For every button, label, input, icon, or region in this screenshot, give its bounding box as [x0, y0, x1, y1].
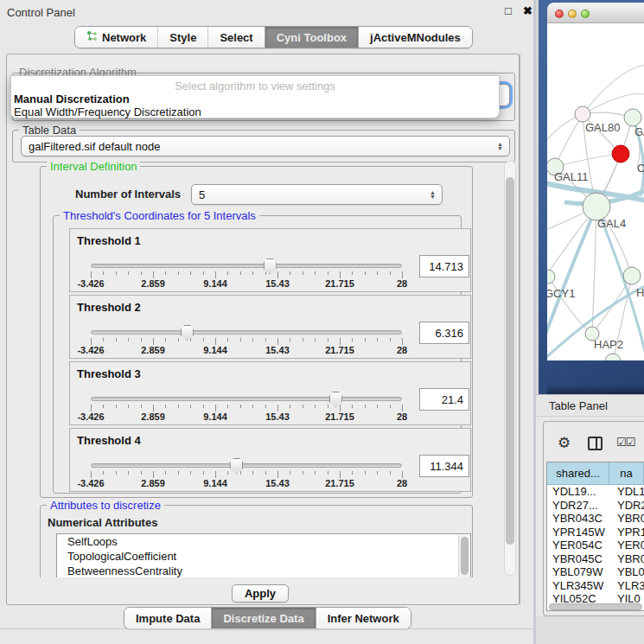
attribute-list-item[interactable]: BetweennessCentrality	[57, 564, 470, 577]
attributes-scrollbar[interactable]	[458, 535, 469, 577]
threshold-value-field[interactable]: 11.344	[419, 455, 469, 477]
threshold-value-field[interactable]: 14.713	[419, 255, 469, 277]
cell-shared-name[interactable]: YPR145W	[547, 526, 614, 539]
threshold-slider[interactable]	[91, 397, 402, 401]
columns-icon[interactable]	[588, 437, 603, 450]
slider-tick	[352, 338, 353, 341]
attribute-list-item[interactable]: SelfLoops	[57, 534, 470, 549]
slider-tick	[203, 271, 204, 275]
cell-shared-name[interactable]: YIL052C	[547, 592, 614, 603]
table-horizontal-scrollbar[interactable]	[549, 603, 642, 610]
slider-tick	[402, 471, 403, 478]
window-shadow	[547, 385, 644, 394]
algorithm-option-equal-width[interactable]: Equal Width/Frequency Discretization	[14, 105, 201, 118]
cell-name[interactable]: YLR3	[614, 579, 644, 593]
slider-tick	[390, 405, 391, 408]
cell-name[interactable]: YIL0	[614, 592, 644, 603]
slider-tick	[190, 471, 191, 475]
table-row[interactable]: YPR145WYPR1	[547, 526, 644, 539]
zoom-traffic-light-icon[interactable]	[581, 10, 590, 18]
tab-style[interactable]: Style	[157, 27, 207, 48]
table-row[interactable]: YDR27...YDR2	[547, 499, 644, 513]
attribute-list-item[interactable]: TopologicalCoefficient	[57, 549, 470, 564]
tab-cyni-toolbox[interactable]: Cyni Toolbox	[265, 27, 358, 48]
node-table[interactable]: shared... na YDL19...YDL1YDR27...YDR2YBR…	[546, 462, 644, 611]
number-of-intervals-label: Number of Intervals	[75, 188, 181, 201]
slider-tick	[91, 471, 92, 478]
svg-text:H: H	[636, 286, 644, 299]
network-window-titlebar[interactable]	[547, 3, 644, 23]
gear-icon[interactable]: ⚙	[558, 434, 571, 452]
slider-tick-label: -3.426	[77, 278, 104, 289]
cell-shared-name[interactable]: YDL19...	[547, 485, 614, 499]
slider-tick	[103, 405, 104, 408]
cell-shared-name[interactable]: YBL079W	[547, 565, 614, 579]
apply-button[interactable]: Apply	[232, 584, 289, 603]
tab-infer-network[interactable]: Infer Network	[316, 608, 411, 628]
slider-tick	[116, 338, 117, 341]
slider-tick	[91, 338, 92, 345]
column-header-shared-name[interactable]: shared...	[547, 462, 609, 485]
settings-scrollbar[interactable]	[504, 161, 516, 576]
table-row[interactable]: YLR345WYLR3	[547, 579, 644, 593]
table-row[interactable]: YDL19...YDL1	[547, 485, 644, 499]
cell-name[interactable]: YER0	[614, 539, 644, 552]
slider-tick-label: -3.426	[77, 411, 104, 422]
network-canvas[interactable]: GAL80 GA C GAL11 GAL4 GCY1 H HAP2	[547, 23, 644, 360]
tab-network[interactable]: Network	[75, 27, 157, 48]
slider-tick	[315, 471, 316, 475]
slider-tick	[377, 271, 378, 275]
slider-tick	[252, 338, 253, 341]
tab-discretize-data[interactable]: Discretize Data	[211, 608, 315, 628]
slider-tick	[103, 338, 104, 341]
threshold-slider[interactable]	[91, 463, 402, 468]
cell-shared-name[interactable]: YDR27...	[547, 499, 614, 513]
float-window-icon[interactable]: □	[505, 4, 512, 17]
threshold-slider[interactable]	[91, 264, 402, 268]
algorithm-option-manual[interactable]: Manual Discretization	[14, 92, 130, 105]
table-row[interactable]: YIL052CYIL0	[547, 592, 644, 603]
slider-tick-label: -3.426	[77, 345, 104, 355]
slider-tick	[215, 471, 216, 478]
cell-name[interactable]: YDR2	[614, 499, 644, 513]
slider-tick	[340, 271, 341, 278]
tab-select[interactable]: Select	[207, 27, 264, 48]
close-icon[interactable]: ✖	[523, 4, 532, 17]
column-header-name[interactable]: na	[609, 462, 644, 485]
threshold-slider[interactable]	[91, 330, 402, 335]
table-row[interactable]: YBR045CYBR0	[547, 552, 644, 566]
slider-tick	[315, 338, 316, 341]
number-of-intervals-combobox[interactable]: 5 ▲▼	[191, 184, 443, 205]
slider-tick	[365, 271, 366, 275]
slider-tick	[116, 471, 117, 475]
minimize-traffic-light-icon[interactable]	[568, 10, 577, 18]
svg-text:C: C	[637, 162, 644, 175]
cell-shared-name[interactable]: YLR345W	[547, 579, 614, 593]
cell-shared-name[interactable]: YER054C	[547, 539, 614, 552]
threshold-value-field[interactable]: 6.316	[419, 322, 469, 344]
slider-tick	[128, 405, 129, 408]
slider-tick	[190, 338, 191, 341]
cell-shared-name[interactable]: YBR043C	[547, 512, 614, 526]
cell-name[interactable]: YBR0	[614, 552, 644, 566]
slider-tick-label: 15.43	[265, 478, 290, 488]
checkbox-icons[interactable]: ☑☑	[616, 436, 634, 449]
settings-scrollbar-thumb[interactable]	[506, 177, 514, 545]
slider-tick	[227, 338, 228, 341]
cell-shared-name[interactable]: YBR045C	[547, 552, 614, 566]
tab-jactivemnodules[interactable]: jActiveMNodules	[358, 27, 472, 48]
cell-name[interactable]: YBR0	[614, 512, 644, 526]
close-traffic-light-icon[interactable]	[555, 10, 564, 18]
cell-name[interactable]: YBL0	[614, 565, 644, 579]
table-row[interactable]: YER054CYER0	[547, 539, 644, 552]
cell-name[interactable]: YPR1	[614, 526, 644, 539]
table-row[interactable]: YBR043CYBR0	[547, 512, 644, 526]
tab-impute-data[interactable]: Impute Data	[124, 608, 211, 628]
threshold-value-field[interactable]: 21.4	[419, 388, 469, 411]
cell-name[interactable]: YDL1	[614, 485, 644, 499]
numerical-attributes-list[interactable]: SelfLoopsTopologicalCoefficientBetweenne…	[56, 533, 471, 577]
table-row[interactable]: YBL079WYBL0	[547, 565, 644, 579]
numerical-attributes-label: Numerical Attributes	[48, 516, 157, 529]
slider-tick	[116, 271, 117, 275]
slider-tick	[227, 405, 228, 408]
